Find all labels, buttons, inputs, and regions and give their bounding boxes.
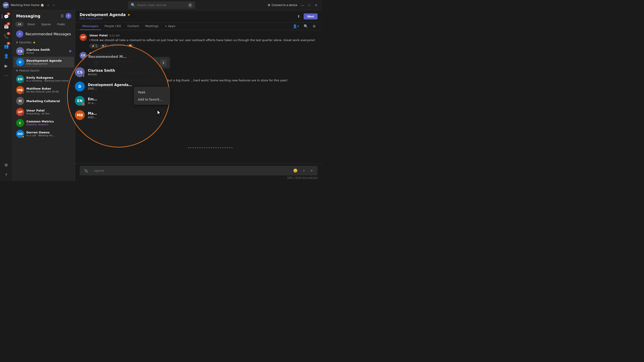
sidebar-title: Messaging — [16, 14, 40, 18]
recommended-messages-item[interactable]: ⚡ Recommended Messages — [12, 28, 75, 39]
overlay-title: Recommended M… — [88, 54, 126, 59]
filter-spaces-button[interactable]: Spaces — [38, 22, 54, 27]
titlebar-nav: ‹ › — [46, 2, 56, 8]
umar-info: Umar Patel Presenting · At the… — [26, 109, 67, 115]
sidebar-controls: ☰ + — [60, 13, 71, 19]
tab-apps[interactable]: + Apps — [162, 22, 178, 30]
umar-status — [22, 114, 24, 116]
darren-avatar: DO — [16, 130, 24, 138]
close-button[interactable]: ✕ — [313, 2, 319, 8]
sidebar-scroll[interactable]: ⚡ Recommended Messages ▼ Favorites ★ CS … — [12, 28, 75, 181]
favorites-section-header[interactable]: ▼ Favorites ★ — [12, 39, 75, 45]
format-button[interactable]: A — [301, 168, 306, 173]
overlay-clarissa-item[interactable]: CS Clarissa Smith Active — [72, 65, 165, 79]
umar-msg-status — [85, 39, 87, 41]
emily-name: Emily Nakagawa — [26, 76, 71, 79]
sidebar-header: Messaging ☰ + — [12, 10, 75, 21]
tab-content[interactable]: Content — [125, 22, 142, 30]
emily-status — [22, 81, 24, 83]
umar-msg-text: I think we should all take a moment to r… — [90, 38, 318, 42]
rail-calendar-icon[interactable]: 📅 1 — [2, 22, 11, 31]
tab-messages[interactable]: Messages — [80, 22, 101, 30]
favorites-star-icon: ★ — [33, 41, 36, 44]
clarissa-avatar: CS — [16, 47, 24, 55]
sidebar-compose-button[interactable]: + — [66, 13, 71, 19]
marketing-avatar: M — [16, 97, 24, 105]
nav-forward-button[interactable]: › — [52, 2, 56, 8]
rail-people-icon[interactable]: 👥 1 — [2, 41, 11, 50]
monitor-icon: 🖥 — [268, 3, 270, 7]
sidebar: Messaging ☰ + All Direct Spaces Public ⚡… — [12, 10, 75, 181]
rail-phone-icon[interactable]: 📞 1 — [2, 32, 11, 41]
filter-all-button[interactable]: All — [15, 22, 24, 27]
chat-item-darren[interactable]: DO Darren Owens In a call · Working fro… — [14, 128, 74, 139]
tab-meetings[interactable]: Meetings — [143, 22, 161, 30]
channel-settings-icon[interactable]: ⚙ — [311, 23, 318, 29]
minimize-button[interactable]: — — [299, 2, 306, 8]
emily-info: Emily Nakagawa In a meeting · Working fr… — [26, 76, 71, 82]
chat-item-common-metrics[interactable]: C Common Metrics Usability research — [14, 117, 74, 128]
overlay-matthew-avatar: MB — [75, 110, 85, 120]
rail-help-icon[interactable]: ? — [2, 170, 11, 179]
emoji-button[interactable]: 😊 — [291, 168, 300, 174]
search-messages-icon[interactable]: 🔍 — [302, 23, 310, 29]
channel-title-group: Development Agenda ★ ENG Deployment — [80, 12, 130, 20]
meet-button[interactable]: Meet — [304, 13, 318, 19]
attach-button[interactable]: 📎 — [82, 168, 90, 173]
contacts-icon: 👤 — [4, 54, 9, 58]
maximize-button[interactable]: □ — [307, 2, 312, 8]
download-button[interactable]: ⬇ — [160, 59, 167, 66]
connect-device-button[interactable]: 🖥 Connect to a device — [268, 3, 298, 7]
search-bar[interactable]: 🔍 + — [128, 1, 195, 9]
chat-item-matthew[interactable]: MB Matthew Baker Do Not Disturb until 16… — [14, 85, 74, 95]
filter-public-button[interactable]: Public — [54, 22, 68, 27]
overlay-matthew-name: Ma… — [88, 111, 162, 115]
reaction-lightning[interactable]: ⚡ 1 — [90, 44, 99, 48]
tab-bar: Messages People (30) Content Meetings + … — [75, 22, 322, 30]
enter-hint-text[interactable]: Enter for a new line — [296, 176, 318, 179]
send-button[interactable]: ➤ — [308, 168, 315, 174]
video-icon: 📹 — [82, 103, 85, 106]
overlay-dev-agenda-avatar: D — [75, 81, 85, 91]
rail-stream-icon[interactable]: ▶ — [2, 61, 11, 70]
rail-contacts-icon[interactable]: 👤 — [2, 51, 11, 60]
rail-chat-icon[interactable]: 💬 5 — [2, 12, 11, 21]
sidebar-filters: All Direct Spaces Public — [12, 21, 75, 28]
rail-settings-icon[interactable]: ⚙ — [2, 160, 11, 169]
chat-item-clarissa[interactable]: CS Clarissa Smith Active — [14, 46, 74, 56]
user-avatar[interactable]: UP — [3, 2, 9, 8]
message-input[interactable] — [92, 169, 290, 172]
clarissa-sub: Active — [26, 51, 67, 54]
chat-item-emily[interactable]: EN Emily Nakagawa In a meeting · Working… — [14, 74, 74, 84]
overlay-matthew-item[interactable]: MB Ma… Add… — [72, 108, 165, 122]
overlay-clarissa-info: Clarissa Smith Active — [88, 69, 162, 76]
chat-item-dev-agenda[interactable]: D Development Agenda ENG Deployment — [14, 57, 74, 67]
recommended-label: Recommended Messages — [26, 32, 71, 36]
feature-launch-section-header[interactable]: ▼ Feature launch — [12, 68, 75, 73]
sidebar-menu-button[interactable]: ☰ — [60, 13, 64, 19]
input-box: 📎 😊 A ➤ — [80, 166, 318, 175]
tab-people[interactable]: People (30) — [102, 22, 124, 30]
add-favorite-menu-item[interactable]: Add to favorit… — [134, 96, 170, 103]
overlay-emily-avatar: EN 📹 — [75, 96, 85, 106]
input-hint: Shift + Enter for a new line — [80, 176, 318, 179]
channel-share-button[interactable]: ⬆ — [296, 13, 302, 19]
emily-avatar: EN — [16, 75, 24, 83]
chat-item-marketing[interactable]: M Marketing Collateral — [14, 96, 74, 106]
dev-agenda-avatar: D — [16, 58, 24, 66]
common-metrics-name: Common Metrics — [26, 120, 71, 123]
chat-badge: 5 — [7, 12, 10, 15]
umar-sub: Presenting · At the… — [26, 112, 67, 115]
nav-back-button[interactable]: ‹ — [46, 2, 50, 8]
peek-menu-item[interactable]: Peek — [134, 89, 170, 96]
darren-name: Darren Owens — [26, 131, 71, 134]
filter-direct-button[interactable]: Direct — [24, 22, 38, 27]
add-button[interactable]: + — [188, 3, 193, 7]
search-input[interactable] — [137, 3, 186, 7]
umar-msg-name: Umar Patel — [90, 34, 108, 37]
rail-more-icon[interactable]: ··· — [2, 71, 11, 80]
chat-item-umar[interactable]: UP Umar Patel Presenting · At the… — [14, 107, 74, 117]
darren-status — [22, 136, 24, 138]
add-person-icon[interactable]: 👤+ — [291, 23, 301, 29]
titlebar-title: Working from home 🏠 — [11, 3, 44, 7]
